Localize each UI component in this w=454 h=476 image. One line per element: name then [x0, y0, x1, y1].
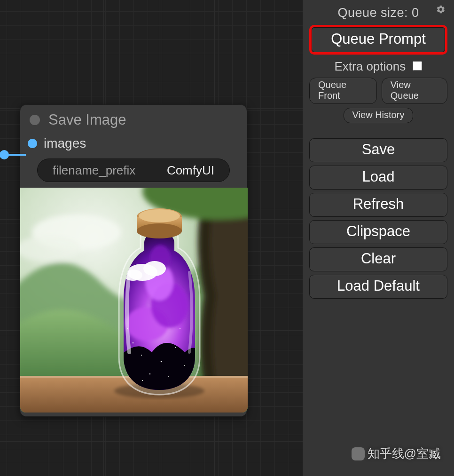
svg-point-19 — [175, 347, 176, 348]
node-input-row: images — [20, 133, 247, 152]
filename-prefix-field[interactable]: filename_prefix ComfyUI — [37, 159, 230, 182]
view-history-button[interactable]: View History — [344, 108, 414, 123]
extra-options-row: Extra options — [309, 59, 447, 74]
filename-prefix-label: filename_prefix — [53, 163, 135, 178]
queue-front-button[interactable]: Queue Front — [309, 78, 377, 104]
svg-point-18 — [161, 361, 162, 363]
svg-point-23 — [142, 380, 143, 381]
svg-point-24 — [180, 328, 180, 329]
queue-size-label: Queue size: 0 — [309, 6, 447, 20]
view-queue-button[interactable]: View Queue — [382, 78, 447, 104]
queue-prompt-button[interactable]: Queue Prompt — [312, 27, 445, 52]
svg-point-16 — [133, 342, 133, 343]
clear-button[interactable]: Clear — [309, 247, 447, 271]
node-title: Save Image — [48, 111, 126, 128]
save-button[interactable]: Save — [309, 138, 447, 162]
watermark: 知乎线@室臧 — [352, 445, 441, 462]
refresh-button[interactable]: Refresh — [309, 193, 447, 217]
watermark-text: 知乎线@室臧 — [368, 445, 441, 462]
svg-point-20 — [184, 365, 185, 366]
clipspace-button[interactable]: Clipspace — [309, 220, 447, 244]
svg-point-21 — [149, 373, 150, 374]
svg-point-28 — [137, 223, 182, 238]
extra-options-label: Extra options — [335, 59, 406, 73]
filename-prefix-value: ComfyUI — [167, 163, 214, 178]
node-header[interactable]: Save Image — [20, 105, 247, 133]
svg-point-22 — [168, 376, 169, 377]
input-wire — [0, 150, 26, 159]
control-panel: Queue size: 0 Queue Prompt Extra options… — [303, 0, 454, 476]
svg-point-29 — [139, 209, 180, 222]
save-image-node[interactable]: Save Image images filename_prefix ComfyU… — [20, 104, 247, 417]
load-button[interactable]: Load — [309, 166, 447, 190]
svg-point-14 — [143, 261, 166, 276]
image-preview — [20, 188, 248, 413]
queue-prompt-highlight: Queue Prompt — [309, 25, 447, 55]
node-collapse-dot[interactable] — [30, 115, 40, 125]
settings-button[interactable] — [435, 5, 446, 16]
images-input-port[interactable] — [28, 139, 37, 148]
gear-icon — [436, 5, 446, 16]
images-input-label: images — [44, 136, 86, 151]
svg-point-17 — [141, 355, 142, 356]
extra-options-checkbox[interactable] — [413, 61, 422, 71]
watermark-icon — [352, 447, 365, 460]
load-default-button[interactable]: Load Default — [309, 275, 447, 299]
